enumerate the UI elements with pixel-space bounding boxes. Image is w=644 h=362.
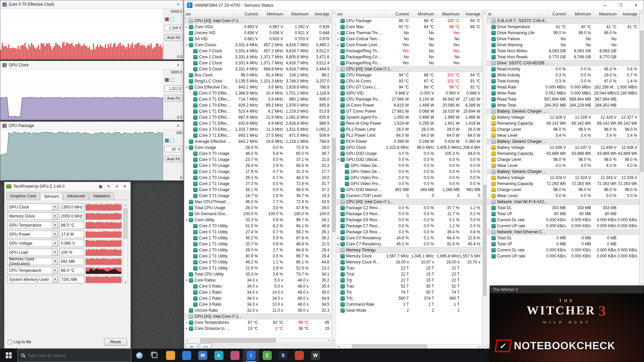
game-taskbar-button[interactable] [291, 349, 307, 362]
secondary-checkbox[interactable] [170, 17, 174, 21]
column-header-average[interactable]: Average [311, 10, 331, 17]
sensor-row[interactable]: Wear Level4.0 %4.0 %4.0 %4.0 % [487, 163, 639, 169]
sensor-group-row[interactable]: S.M.A.R.T.: SSSTC CA5-8... [487, 18, 639, 24]
task-view-button[interactable] [147, 349, 162, 362]
sensor-row[interactable]: Current UP rate0.000 KB/s0.000 KB/s0.000… [487, 253, 639, 259]
sensor-group-row[interactable]: Network: Intel Ethernet C... [487, 229, 639, 235]
column-header-minimum[interactable]: Minimum [260, 10, 285, 17]
sensor-row[interactable]: Package/Ring Thermal Th...YesNoYes [336, 48, 482, 54]
sensor-row[interactable]: Total UP80 MB80 MB80 MB [487, 211, 639, 217]
column-header-sensor[interactable]: sor [336, 10, 384, 17]
sensor-group-row[interactable]: CPU [#0]: Intel Core i7-1... [184, 18, 331, 24]
column-header-maximum[interactable]: Maximum [436, 10, 462, 17]
sensor-row[interactable]: CPU Package Power27.940 W3.100 W34.942 W… [336, 96, 482, 102]
hwinfo-titlebar[interactable]: i HWiNFO64 v7.20-4700 - Sensors Status —… [184, 0, 644, 10]
sensor-row[interactable]: ▾Core Usage28.3 %0.0 %72.9 %28.0 [184, 144, 331, 150]
expand-toggle-icon[interactable]: ▾ [336, 158, 340, 161]
taskbar-search[interactable] [17, 349, 131, 362]
horizontal-scrollbar[interactable]: ◂▸ [184, 338, 331, 343]
sensor-row[interactable]: CPU Package95 °C66 °C100 °C94 °C [336, 18, 482, 24]
sensor-row[interactable]: GPU Video Processing ...0.0 %0.0 %0.0 %0… [336, 181, 482, 187]
sensor-row[interactable]: Core 3 T1 Usage18.7 %1.5 %35.7 %19.3 [184, 193, 331, 199]
column-header-maximum[interactable]: Maximum [285, 10, 311, 17]
search-input[interactable] [28, 353, 128, 358]
auto-fit-button[interactable]: Auto Fit [164, 34, 182, 41]
sensor-row[interactable]: Core 2 T0 Utility29.0 %2.7 %64.8 %29.4 [184, 247, 331, 253]
vertical-scrollbar[interactable]: ▴▾ [332, 10, 336, 343]
screenshot-icon[interactable]: ▣ [97, 183, 104, 190]
sensor-row[interactable]: iGPU VID0.948 V0.000 V0.950 V0.888 V [336, 90, 482, 96]
sensor-group-row[interactable]: Battery: Generic Charger ... [487, 108, 639, 114]
tab-validation[interactable]: Validation [89, 192, 114, 200]
sensor-row[interactable]: Drive FailureNoNoNo [487, 36, 639, 42]
sensor-row[interactable]: Core 3 Ratio34.0 x10.0 x48.0 x34.5 [184, 301, 331, 307]
sensor-row[interactable]: GPU Video Decode 1 ...0.0 %0.0 %0.0 %0.0… [336, 169, 482, 175]
sensor-row[interactable]: Trp22 T15 T22 T [336, 277, 482, 283]
sensor-row[interactable]: Memory Clock Ratio16.00 x10.67 x16.00 x1… [336, 259, 482, 265]
sensor-row[interactable]: Gear Mode222 [336, 307, 482, 313]
sensor-row[interactable]: GPU Clock1,322.8 MHz98.0 MHz1,405.5 MHz1… [336, 144, 482, 150]
sensor-row[interactable]: Memory Clock1,567.7 MHz1,045.1 MHz1,665.… [336, 253, 482, 259]
column-header-minimum[interactable]: Minimum [568, 10, 593, 17]
sensor-select[interactable]: GPU Clock▼ [7, 203, 58, 211]
expand-toggle-icon[interactable]: ▸ [184, 25, 189, 28]
sensor-row[interactable]: Ring/LLC Clock3,135.5 MHz1,101.3 MHz3,74… [184, 78, 331, 84]
chevron-down-icon[interactable]: ▼ [52, 258, 58, 265]
close-icon[interactable]: ✕ [121, 183, 128, 190]
sensor-row[interactable]: ▸Core VIDs0.893 V0.567 V1.292 V0.929 [184, 24, 331, 30]
sensor-row[interactable]: Core 1 T0 Effective Cl...826.2 MHz69.1 M… [184, 102, 331, 108]
witcher-taskbar-button[interactable]: W [307, 349, 323, 362]
sensor-row[interactable]: Read Rate0.000 MB/s0.000 MB/s162.298 M..… [487, 84, 639, 90]
gpuz-scrollbar[interactable]: ▴▾ [123, 203, 128, 284]
sensor-row[interactable]: Write Rate0.052 MB/s0.000 MB/s25.044 MB/… [487, 90, 639, 96]
hwinfo-taskbar-button[interactable]: i [243, 349, 259, 362]
auto-fit-button[interactable]: Auto Fit [164, 95, 182, 102]
sensor-row[interactable]: Charge Level96.0 %96.0 %96.0 %96.0 % [487, 187, 639, 193]
file-explorer-taskbar-button[interactable] [162, 349, 178, 362]
sensor-row[interactable]: PL2 Power Limit64.0 W64.0 W64.0 W64.0 W [336, 132, 482, 138]
expand-toggle-icon[interactable]: ▸ [336, 37, 340, 41]
sensor-row[interactable]: Total DL333 MB333 MB333 MB [487, 205, 639, 211]
close-icon[interactable]: ✕ [628, 0, 644, 10]
witcher-titlebar[interactable]: The Witcher 3 [490, 286, 644, 293]
sensor-group-row[interactable]: Battery: Generic Charger ... [487, 138, 639, 144]
sensor-row[interactable]: Current cTDP Level0000 [336, 193, 482, 199]
gpuz-taskbar-button[interactable]: Z [259, 349, 275, 362]
sensor-row[interactable]: Write Activity0.3 %0.0 %19.0 %0.7 % [487, 72, 639, 78]
sensor-row[interactable]: Battery Voltage12.438 V12.437 V12.439 V1… [487, 144, 639, 150]
close-icon[interactable]: ✕ [175, 2, 181, 7]
sensor-row[interactable]: Core 0 T0 Utility51.5 %6.2 %94.1 %49.8 [184, 223, 331, 229]
sensor-row[interactable]: Package C3 Residency0.0 %0.0 %11.7 %0.2 … [336, 211, 482, 217]
chevron-down-icon[interactable]: ▼ [52, 240, 58, 247]
sensor-row[interactable]: ▾Core Utility33.3 %0.5 %99.7 %34.1 [184, 217, 331, 223]
sensor-row[interactable]: Wear Level0.0 %0.0 %0.0 %0.0 % [487, 193, 639, 199]
sensor-row[interactable]: Package C6 Residency0.0 %0.0 %0.1 %0.0 % [336, 217, 482, 223]
sensor-select[interactable]: Memory Clock▼ [7, 213, 58, 220]
sensor-row[interactable]: Drive WarningNoNoNo [487, 42, 639, 48]
sensor-row[interactable]: ▾Core Clocks3,331.4 MHz457.2 MHz4,816.7 … [184, 42, 331, 48]
expand-toggle-icon[interactable]: ▸ [336, 31, 340, 35]
sensor-row[interactable]: Max CPU/Thread Usage46.0 %7.7 %72.9 %43.… [184, 199, 331, 205]
sensor-row[interactable]: Package C8 Residency0.0 %0.0 %39.4 %0.8 … [336, 229, 482, 235]
sensor-row[interactable]: ▸Core Critical Tempera...NoNoNo [336, 36, 482, 42]
sensor-select[interactable]: System Memory Used▼ [7, 276, 58, 283]
secondary-checkbox[interactable] [170, 78, 174, 82]
sensor-row[interactable]: ▸Core Distance to TjMAX13 °C2 °C38 °C15 [184, 325, 331, 331]
sensor-row[interactable]: SA VID0.681 V0.633 V0.703 V0.678 [184, 36, 331, 42]
sensor-group-row[interactable]: CPU [#0]: Intel Core i7-1... [336, 199, 482, 205]
sensor-row[interactable]: Core 3 T1 Effective Cl...843.1 MHz27.5 M… [184, 132, 331, 138]
expand-toggle-icon[interactable]: ▾ [184, 85, 189, 89]
steam-taskbar-button[interactable]: S [275, 349, 291, 362]
sensor-row[interactable]: Remaining Capacity43.889 Wh43.889 Wh43.8… [487, 150, 639, 157]
sensor-row[interactable]: Package/Ring Power Limit...YesNoYes [336, 60, 482, 66]
sensor-row[interactable]: Core 3 Clock3,331.4 MHz984.8 MHz4,816.7 … [184, 66, 331, 72]
sensor-row[interactable]: Core 2 T0 Effective Cl...667.6 MHz21.9 M… [184, 114, 331, 120]
sensor-row[interactable]: Wear Level3.4 %3.4 %3.4 %3.4 % [487, 132, 639, 138]
sensor-group-row[interactable]: CPU [#0]: Intel Core i7-1... [184, 313, 331, 319]
close-icon[interactable]: ✕ [175, 63, 181, 67]
series-checkbox[interactable] [165, 139, 169, 142]
sensor-row[interactable]: Core 2 T0 Usage25.1 %0.7 %48.5 %24.0 [184, 175, 331, 181]
menu-icon[interactable]: ≡ [113, 183, 120, 190]
sensor-row[interactable]: PL1 Power Limit28.0 W28.0 W28.0 W28.0 W [336, 126, 482, 132]
expand-toggle-icon[interactable]: ▸ [336, 236, 340, 240]
